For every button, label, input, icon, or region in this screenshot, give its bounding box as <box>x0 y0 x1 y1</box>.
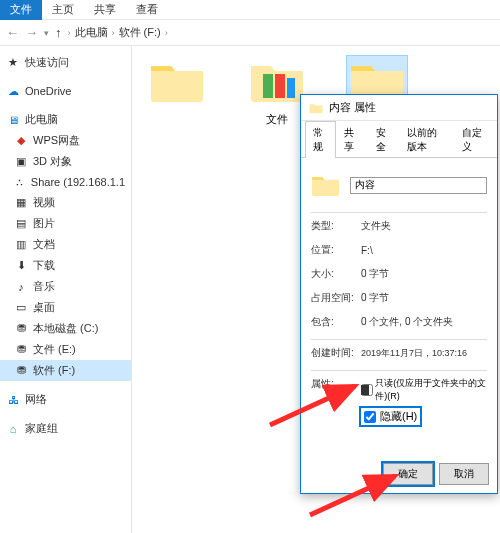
desktop-icon: ▭ <box>14 301 28 315</box>
contain-value: 0 个文件, 0 个文件夹 <box>361 315 487 329</box>
loc-label: 位置: <box>311 243 361 257</box>
dialog-tabs: 常规 共享 安全 以前的版本 自定义 <box>301 121 497 158</box>
sidebar-3d[interactable]: ▣3D 对象 <box>0 151 131 172</box>
wps-icon: ◆ <box>14 134 28 148</box>
drive-icon: ⛃ <box>14 343 28 357</box>
nav-fwd-icon: → <box>25 25 38 40</box>
drive-icon: ⛃ <box>14 322 28 336</box>
tab-general[interactable]: 常规 <box>305 121 336 158</box>
nav-up-icon[interactable]: ↑ <box>55 25 62 40</box>
nav-dropdown-icon[interactable]: ▾ <box>44 28 49 38</box>
sidebar-desktop[interactable]: ▭桌面 <box>0 297 131 318</box>
size-value: 0 字节 <box>361 267 487 281</box>
crumb-drive[interactable]: 软件 (F:) <box>119 25 161 40</box>
ribbon-share[interactable]: 共享 <box>84 0 126 20</box>
folder-icon <box>311 168 340 202</box>
folder-open-icon <box>249 58 305 104</box>
nav-bar: ← → ▾ ↑ › 此电脑 › 软件 (F:) › <box>0 20 500 46</box>
tab-share[interactable]: 共享 <box>336 121 367 158</box>
sidebar-filee[interactable]: ⛃文件 (E:) <box>0 339 131 360</box>
sidebar-thispc[interactable]: 🖥此电脑 <box>0 109 131 130</box>
network-icon: 🖧 <box>6 393 20 407</box>
sidebar-localc[interactable]: ⛃本地磁盘 (C:) <box>0 318 131 339</box>
sidebar-onedrive[interactable]: ☁OneDrive <box>0 81 131 101</box>
sidebar-softf[interactable]: ⛃软件 (F:) <box>0 360 131 381</box>
created-value: 2019年11月7日，10:37:16 <box>361 347 487 360</box>
sidebar-share[interactable]: ⛬Share (192.168.1.1 <box>0 172 131 192</box>
folder-icon <box>149 58 205 104</box>
nav-back-icon[interactable]: ← <box>6 25 19 40</box>
folder-item[interactable] <box>142 56 212 112</box>
doc-icon: ▥ <box>14 238 28 252</box>
download-icon: ⬇ <box>14 259 28 273</box>
video-icon: ▦ <box>14 196 28 210</box>
sidebar-music[interactable]: ♪音乐 <box>0 276 131 297</box>
music-icon: ♪ <box>14 280 28 294</box>
sidebar-homegroup[interactable]: ⌂家庭组 <box>0 418 131 439</box>
dialog-titlebar[interactable]: 内容 属性 <box>301 95 497 121</box>
ribbon-home[interactable]: 主页 <box>42 0 84 20</box>
loc-value: F:\ <box>361 245 487 256</box>
properties-dialog: 内容 属性 常规 共享 安全 以前的版本 自定义 类型:文件夹 位置:F:\ 大… <box>300 94 498 494</box>
svg-rect-0 <box>263 74 273 98</box>
svg-rect-1 <box>275 74 285 98</box>
disk-label: 占用空间: <box>311 291 361 305</box>
star-icon: ★ <box>6 56 20 70</box>
picture-icon: ▤ <box>14 217 28 231</box>
svg-rect-2 <box>287 78 295 98</box>
ribbon-tabs: 文件 主页 共享 查看 <box>0 0 500 20</box>
pc-icon: 🖥 <box>6 113 20 127</box>
attr-label: 属性: <box>311 377 361 391</box>
sidebar-downloads[interactable]: ⬇下载 <box>0 255 131 276</box>
size-label: 大小: <box>311 267 361 281</box>
ribbon-view[interactable]: 查看 <box>126 0 168 20</box>
created-label: 创建时间: <box>311 346 361 360</box>
readonly-checkbox[interactable]: 只读(仅应用于文件夹中的文件)(R) <box>361 377 487 403</box>
hidden-checkbox[interactable]: 隐藏(H) <box>361 408 420 425</box>
drive-icon: ⛃ <box>14 364 28 378</box>
dialog-title: 内容 属性 <box>329 100 376 115</box>
cancel-button[interactable]: 取消 <box>439 463 489 485</box>
chevron-icon: › <box>165 28 168 38</box>
sidebar-videos[interactable]: ▦视频 <box>0 192 131 213</box>
sidebar-network[interactable]: 🖧网络 <box>0 389 131 410</box>
name-input[interactable] <box>350 177 487 194</box>
type-label: 类型: <box>311 219 361 233</box>
folder-label: 文件 <box>266 112 288 127</box>
dialog-buttons: 确定 取消 <box>383 463 489 485</box>
crumb-thispc[interactable]: 此电脑 <box>75 25 108 40</box>
tab-custom[interactable]: 自定义 <box>454 121 493 158</box>
ribbon-file[interactable]: 文件 <box>0 0 42 20</box>
tab-prev[interactable]: 以前的版本 <box>399 121 454 158</box>
cloud-icon: ☁ <box>6 84 20 98</box>
sidebar: ★快速访问 ☁OneDrive 🖥此电脑 ◆WPS网盘 ▣3D 对象 ⛬Shar… <box>0 46 132 533</box>
type-value: 文件夹 <box>361 219 487 233</box>
homegroup-icon: ⌂ <box>6 422 20 436</box>
sidebar-documents[interactable]: ▥文档 <box>0 234 131 255</box>
dialog-body: 类型:文件夹 位置:F:\ 大小:0 字节 占用空间:0 字节 包含:0 个文件… <box>301 158 497 450</box>
contain-label: 包含: <box>311 315 361 329</box>
chevron-icon: › <box>68 28 71 38</box>
cube-icon: ▣ <box>14 155 28 169</box>
sidebar-wps[interactable]: ◆WPS网盘 <box>0 130 131 151</box>
breadcrumb[interactable]: › 此电脑 › 软件 (F:) › <box>68 25 168 40</box>
sidebar-quick[interactable]: ★快速访问 <box>0 52 131 73</box>
tab-security[interactable]: 安全 <box>368 121 399 158</box>
folder-icon <box>309 102 323 114</box>
share-icon: ⛬ <box>14 175 26 189</box>
sidebar-pictures[interactable]: ▤图片 <box>0 213 131 234</box>
ok-button[interactable]: 确定 <box>383 463 433 485</box>
chevron-icon: › <box>112 28 115 38</box>
disk-value: 0 字节 <box>361 291 487 305</box>
